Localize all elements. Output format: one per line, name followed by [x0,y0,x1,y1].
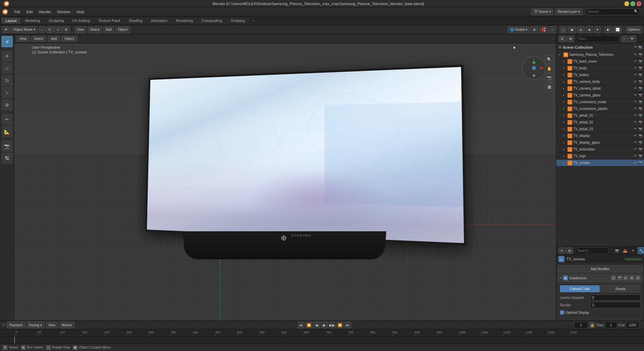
outliner-item-tv-camera-glass[interactable]: ▸ △ TV_camera_glass 👁 📷 [556,92,644,99]
scene-collection-eye[interactable]: 👁 [634,45,637,49]
scene-container[interactable]: SAMSUNG User Perspective [14,43,556,321]
props-tab-output[interactable]: 📤 [621,247,629,254]
outliner-item-tv-camera-detail[interactable]: ▸ △ TV_camera_detail 👁 📷 [556,85,644,92]
vp-add-menu[interactable]: Add [48,36,60,42]
shading-wire[interactable]: ◻ [560,26,567,33]
outliner-item-tv-detail-01[interactable]: ▸ △ TV_detail_01 👁 📷 [556,112,644,119]
eye-btn[interactable]: 👁 [634,107,638,111]
tool-scale[interactable]: ⤡ [1,87,13,98]
scene-collection-render[interactable]: 📷 [638,45,642,49]
eye-btn[interactable]: 👁 [634,161,638,165]
outliner-search[interactable] [576,36,620,42]
viewport-icon[interactable]: 👁 [2,26,10,33]
start-frame-value[interactable]: 1 [605,322,617,328]
outliner-item-tv-logo[interactable]: ▸ △ TV_logo 👁 📷 [556,153,644,160]
outliner-item-collection[interactable]: ▾ 📁 Samsung_Plasma_Television 👁 📷 [556,51,644,58]
tab-rendering[interactable]: Rendering [172,18,197,24]
render-btn[interactable]: 📷 [639,114,643,118]
outliner-item-tv-display-glass[interactable]: ▸ △ TV_display_glass 👁 📷 [556,139,644,146]
tab-compositing[interactable]: Compositing [197,18,226,24]
render-btn[interactable]: 📷 [639,66,643,70]
mod-edit-btn[interactable]: ✏ [623,276,628,280]
outliner-item-tv-connectors-plastic[interactable]: ▸ △ TV_connectors_plastic 👁 📷 [556,106,644,112]
frame-lock-btn[interactable]: 🔒 [589,322,595,328]
props-tab-render[interactable]: 📸 [613,247,621,254]
props-filter[interactable]: ⊞ [566,247,573,254]
tool-annotate[interactable]: ✏ [1,114,13,125]
outliner-sort[interactable]: ↕ [621,36,627,42]
minimize-button[interactable]: — [624,1,629,6]
maximize-button[interactable]: □ [630,1,635,6]
outliner-display-mode[interactable]: ☰ [558,36,566,42]
outliner-item-tv-screws[interactable]: ▸ △ TV_screws 👁 📷 [556,160,644,166]
render-btn[interactable]: 📷 [639,53,643,57]
renderlayer-selector[interactable]: RenderLayer ▾ [555,8,582,15]
transform-pivot[interactable]: ⊕ [531,26,538,33]
timeline-keying-menu[interactable]: Keying ▾ [27,322,45,328]
outliner-item-tv-detail-03[interactable]: ▸ △ TV_detail_03 👁 📷 [556,126,644,133]
levels-viewport-value[interactable]: 0 [591,295,640,301]
vp-grid-btn[interactable]: ▦ [545,83,553,91]
render-btn[interactable]: 📷 [639,147,643,151]
eye-btn[interactable]: 👁 [634,127,638,131]
props-tab-object[interactable]: 🔧 [638,247,644,254]
tab-texture-paint[interactable]: Texture Paint [94,18,124,24]
vp-object-menu[interactable]: Object [61,36,77,42]
eye-btn[interactable]: 👁 [634,100,638,104]
render-btn[interactable]: 📷 [639,60,643,64]
options-btn[interactable]: Options [626,26,642,33]
transform-btn3[interactable]: ⤢ [54,26,62,33]
render-btn[interactable]: 📷 [639,80,643,84]
menu-render[interactable]: Render [36,9,54,15]
render-btn[interactable]: 📷 [639,100,643,104]
outliner-restrict[interactable]: 👁 [628,36,636,42]
outliner-item-tv-body[interactable]: ▸ △ TV_body 👁 📷 [556,65,644,72]
render-value[interactable]: 2 [591,302,640,308]
shading-solid[interactable]: ◉ [568,26,576,33]
tool-add[interactable]: 📷 [1,140,13,152]
render-btn[interactable]: 📷 [639,87,643,91]
tool-move[interactable]: ⤢ [1,63,13,74]
eye-btn[interactable]: 👁 [634,73,638,77]
menu-window[interactable]: Window [55,9,73,15]
tool-cursor[interactable]: ✛ [1,50,13,62]
xray-btn[interactable]: ⬜ [613,26,622,33]
global-selector[interactable]: 🌐 Global ▾ [508,26,530,33]
vp-hand-btn[interactable]: ✋ [545,65,553,73]
eye-btn[interactable]: 👁 [634,114,638,118]
tab-scripting[interactable]: Scripting [227,18,249,24]
view-menu[interactable]: View [74,26,87,33]
timeline-playback-menu[interactable]: Playback [7,322,25,328]
shading-options[interactable]: ▾ [594,26,601,33]
props-search[interactable] [575,247,609,254]
vp-search-btn[interactable]: 🔍 [545,55,553,64]
props-display-mode[interactable]: ≡ [558,247,565,254]
global-search[interactable] [586,8,640,15]
menu-help[interactable]: Help [74,9,87,15]
vp-view-menu[interactable]: View [16,36,30,42]
overlay-btn[interactable]: ◐ [604,26,612,33]
render-btn[interactable]: 📷 [639,93,643,97]
transform-btn2[interactable]: ↻ [46,26,53,33]
eye-btn[interactable]: 👁 [634,147,638,151]
current-frame-input[interactable]: 1 [574,322,588,328]
tab-animation[interactable]: Animation [147,18,172,24]
jump-next-btn[interactable]: ▶▶ [329,322,336,328]
jump-start-btn[interactable]: ⏮ [298,322,304,328]
render-btn[interactable]: 📷 [639,141,643,145]
mod-camera-btn[interactable]: 📷 [617,276,622,280]
outliner-item-tv-back-cover[interactable]: ▸ △ TV_back_cover 👁 📷 [556,58,644,65]
mod-close-btn[interactable]: ✕ [636,276,640,280]
outliner-item-tv-instruction[interactable]: ▸ △ TV_instruction 👁 📷 [556,146,644,153]
eye-btn[interactable]: 👁 [634,66,638,70]
render-btn[interactable]: 📷 [639,154,643,158]
simple-btn[interactable]: Simple [601,285,640,292]
outliner-item-tv-display[interactable]: ▸ △ TV_display 👁 📷 [556,133,644,139]
render-btn[interactable]: 📷 [639,134,643,138]
eye-btn[interactable]: 👁 [634,134,638,138]
render-btn[interactable]: 📷 [639,120,643,124]
close-button[interactable]: ✕ [637,1,641,6]
viewport-area[interactable]: View Select Add Object [14,34,556,321]
menu-file[interactable]: File [12,9,23,15]
outliner-item-tv-button[interactable]: ▸ △ TV_button 👁 📷 [556,72,644,78]
